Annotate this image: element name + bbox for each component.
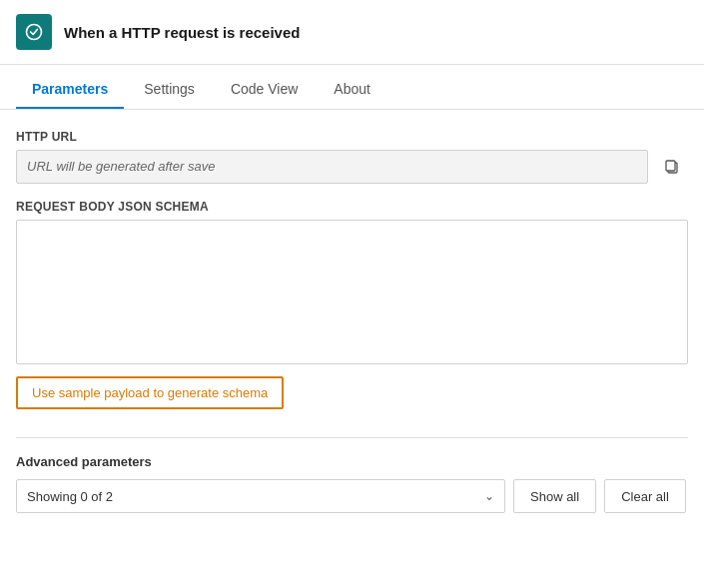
tab-content-parameters: HTTP URL URL will be generated after sav… xyxy=(0,110,704,533)
url-field-row: URL will be generated after save xyxy=(16,150,688,184)
advanced-row: Showing 0 of 2 ⌄ Show all Clear all xyxy=(16,479,688,513)
showing-dropdown[interactable]: Showing 0 of 2 ⌄ xyxy=(16,479,505,513)
clear-all-button[interactable]: Clear all xyxy=(604,479,686,513)
chevron-down-icon: ⌄ xyxy=(484,489,494,503)
svg-point-0 xyxy=(27,25,42,40)
tab-parameters[interactable]: Parameters xyxy=(16,69,124,109)
section-divider xyxy=(16,437,688,438)
json-schema-label: Request Body JSON Schema xyxy=(16,200,688,214)
tab-bar: Parameters Settings Code View About xyxy=(0,69,704,110)
dialog-header: When a HTTP request is received xyxy=(0,0,704,65)
generate-schema-button[interactable]: Use sample payload to generate schema xyxy=(16,376,284,409)
tab-code-view[interactable]: Code View xyxy=(215,69,314,109)
copy-icon xyxy=(664,159,680,175)
json-schema-textarea[interactable] xyxy=(16,220,688,364)
showing-text: Showing 0 of 2 xyxy=(27,489,113,504)
tab-about[interactable]: About xyxy=(318,69,386,109)
header-title: When a HTTP request is received xyxy=(64,24,300,41)
http-url-label: HTTP URL xyxy=(16,130,688,144)
trigger-icon xyxy=(16,14,52,50)
url-display: URL will be generated after save xyxy=(16,150,648,184)
svg-rect-2 xyxy=(666,161,675,171)
show-all-button[interactable]: Show all xyxy=(513,479,596,513)
copy-url-button[interactable] xyxy=(656,151,688,183)
advanced-params-label: Advanced parameters xyxy=(16,454,688,469)
tab-settings[interactable]: Settings xyxy=(128,69,211,109)
